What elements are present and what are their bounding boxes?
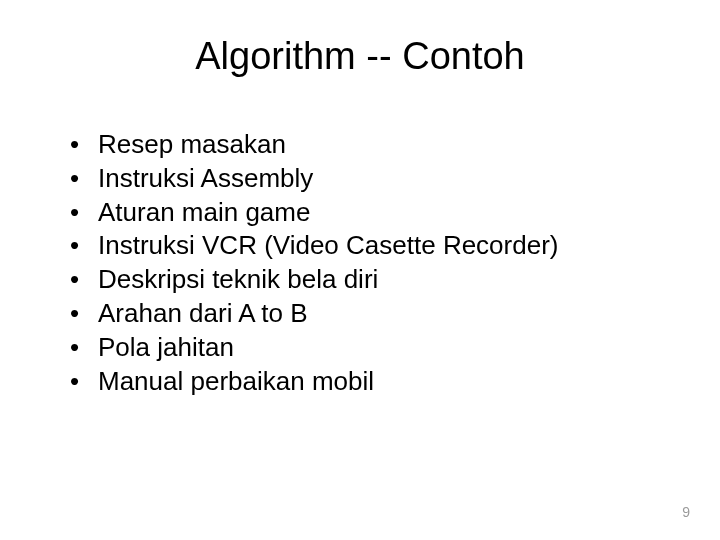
list-item: Resep masakan: [70, 128, 670, 162]
page-number: 9: [682, 504, 690, 520]
list-item: Arahan dari A to B: [70, 297, 670, 331]
list-item: Instruksi Assembly: [70, 162, 670, 196]
list-item: Aturan main game: [70, 196, 670, 230]
list-item: Manual perbaikan mobil: [70, 365, 670, 399]
list-item: Pola jahitan: [70, 331, 670, 365]
slide-title: Algorithm -- Contoh: [50, 35, 670, 78]
slide-container: Algorithm -- Contoh Resep masakan Instru…: [0, 0, 720, 540]
list-item: Instruksi VCR (Video Casette Recorder): [70, 229, 670, 263]
bullet-list: Resep masakan Instruksi Assembly Aturan …: [50, 128, 670, 398]
list-item: Deskripsi teknik bela diri: [70, 263, 670, 297]
